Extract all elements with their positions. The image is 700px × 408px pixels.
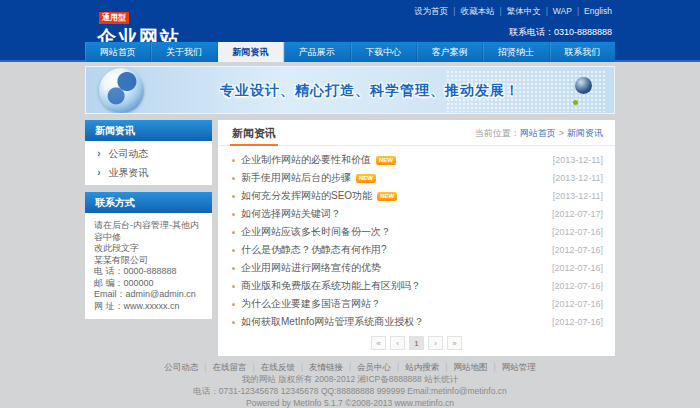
- nav-item[interactable]: 关于我们: [151, 42, 217, 62]
- banner[interactable]: 专业设计、精心打造、科学管理、推动发展！: [85, 66, 615, 114]
- top-link[interactable]: 设为首页: [414, 6, 448, 18]
- pagination-button[interactable]: »: [447, 336, 462, 350]
- breadcrumb-prefix: 当前位置：: [475, 128, 520, 138]
- bullet-icon: [232, 303, 235, 306]
- mini-globe-icon: [575, 77, 592, 94]
- news-row: 商业版和免费版在系统功能上有区别吗？ [2012-07-16]: [230, 277, 603, 295]
- news-link[interactable]: 商业版和免费版在系统功能上有区别吗？: [241, 279, 421, 293]
- news-row: 新手使用网站后台的步骤 NEW [2013-12-11]: [230, 169, 603, 187]
- news-row: 为什么企业要建多国语言网站？ [2012-07-16]: [230, 295, 603, 313]
- news-date: [2012-07-16]: [552, 245, 603, 255]
- main-header: 新闻资讯 当前位置：网站首页>新闻资讯: [218, 120, 615, 146]
- new-badge: NEW: [356, 174, 376, 183]
- footer-link[interactable]: 站内搜索: [391, 361, 439, 373]
- green-dot-icon: [573, 100, 578, 105]
- news-date: [2013-12-11]: [553, 155, 603, 165]
- news-link[interactable]: 如何获取MetInfo网站管理系统商业授权？: [241, 315, 424, 329]
- news-link[interactable]: 新手使用网站后台的步骤: [241, 171, 351, 185]
- nav-item[interactable]: 联系我们: [550, 42, 615, 62]
- breadcrumb: 当前位置：网站首页>新闻资讯: [475, 120, 603, 146]
- news-link[interactable]: 为什么企业要建多国语言网站？: [241, 297, 381, 311]
- nav-item[interactable]: 网站首页: [85, 42, 151, 62]
- main-nav: 网站首页 关于我们 新闻资讯 产品展示 下载中心 客户案例 招贤纳士 联系我们: [85, 42, 615, 62]
- footer-link[interactable]: 网站管理: [488, 361, 536, 373]
- sidebar-news-list: › 公司动态 › 业界资讯: [85, 141, 212, 185]
- contact-phone: 联系电话：0310-8888888: [509, 26, 612, 39]
- footer-link[interactable]: 会员中心: [343, 361, 391, 373]
- globe-icon: [99, 68, 144, 113]
- breadcrumb-current-link[interactable]: 新闻资讯: [567, 128, 603, 138]
- sidebar-category-link[interactable]: › 公司动态: [85, 144, 212, 163]
- contact-line: 电 话：0000-888888: [94, 266, 203, 278]
- footer-links: 公司动态 在线留言 在线反馈 友情链接 会员中心 站内搜索 网站地图 网站管理: [164, 361, 536, 373]
- nav-item[interactable]: 下载中心: [351, 42, 417, 62]
- contact-line: 改此段文字: [94, 243, 203, 255]
- news-row: 如何获取MetInfo网站管理系统商业授权？ [2012-07-16]: [230, 313, 603, 331]
- news-row: 什么是伪静态？伪静态有何作用? [2012-07-16]: [230, 241, 603, 259]
- nav-item[interactable]: 新闻资讯: [218, 42, 284, 62]
- nav-item[interactable]: 招贤纳士: [483, 42, 549, 62]
- sidebar-contact-body: 请在后台-内容管理-其他内容中修 改此段文字 某某有限公司 电 话：0000-8…: [85, 213, 212, 319]
- bullet-icon: [232, 195, 235, 198]
- contact-line: Email：admin@admin.cn: [94, 289, 203, 301]
- news-date: [2012-07-16]: [552, 299, 603, 309]
- footer-link[interactable]: 公司动态: [164, 361, 198, 373]
- logo-tag: 通用型: [99, 12, 129, 24]
- news-date: [2012-07-16]: [552, 281, 603, 291]
- footer-link[interactable]: 在线反馈: [246, 361, 294, 373]
- footer-link[interactable]: 在线留言: [198, 361, 246, 373]
- news-date: [2012-07-16]: [552, 317, 603, 327]
- chevron-right-icon: ›: [97, 166, 101, 178]
- news-date: [2013-12-11]: [553, 173, 603, 183]
- sidebar-category-link[interactable]: › 业界资讯: [85, 163, 212, 182]
- pagination-button[interactable]: «: [371, 336, 386, 350]
- bullet-icon: [232, 267, 235, 270]
- bullet-icon: [232, 177, 235, 180]
- news-row: 企业用网站进行网络宣传的优势 [2012-07-16]: [230, 259, 603, 277]
- footer-link[interactable]: 网站地图: [439, 361, 487, 373]
- top-link[interactable]: 繁体中文: [494, 6, 540, 18]
- news-row: 如何选择网站关键词？ [2012-07-17]: [230, 205, 603, 223]
- footer-link[interactable]: 友情链接: [295, 361, 343, 373]
- news-link[interactable]: 企业制作网站的必要性和价值: [241, 153, 371, 167]
- top-link[interactable]: English: [572, 6, 612, 18]
- sidebar-category-label: 业界资讯: [108, 167, 148, 178]
- banner-slogan: 专业设计、精心打造、科学管理、推动发展！: [181, 82, 559, 100]
- sidebar: 新闻资讯 › 公司动态 › 业界资讯 联系方式: [85, 120, 212, 326]
- page-title: 新闻资讯: [230, 120, 278, 146]
- nav-item[interactable]: 客户案例: [417, 42, 483, 62]
- contact-line: 邮 编：000000: [94, 278, 203, 290]
- nav-item[interactable]: 产品展示: [284, 42, 350, 62]
- top-links: 设为首页 收藏本站 繁体中文 WAP English: [414, 6, 612, 18]
- pagination-button[interactable]: ›: [428, 336, 443, 350]
- bullet-icon: [232, 231, 235, 234]
- sidebar-news-box: 新闻资讯 › 公司动态 › 业界资讯: [85, 120, 212, 185]
- bullet-icon: [232, 321, 235, 324]
- sidebar-news-box-title: 新闻资讯: [85, 120, 212, 141]
- news-date: [2012-07-17]: [552, 209, 603, 219]
- news-link[interactable]: 什么是伪静态？伪静态有何作用?: [241, 243, 387, 257]
- news-link[interactable]: 如何选择网站关键词？: [241, 207, 341, 221]
- footer: 公司动态 在线留言 在线反馈 友情链接 会员中心 站内搜索 网站地图 网站管理 …: [0, 361, 700, 408]
- sidebar-contact-box-title: 联系方式: [85, 192, 212, 213]
- top-link[interactable]: WAP: [541, 6, 572, 18]
- footer-copyright: 我的网站 版权所有 2008-2012 湘ICP备8888888 站长统计: [0, 373, 700, 385]
- news-link[interactable]: 如何充分发挥网站的SEO功能: [241, 189, 372, 203]
- pagination-button[interactable]: ‹: [390, 336, 405, 350]
- contact-line: 网 址：www.xxxxx.cn: [94, 301, 203, 313]
- chevron-right-icon: ›: [97, 147, 101, 159]
- news-link[interactable]: 企业网站应该多长时间备份一次？: [241, 225, 391, 239]
- breadcrumb-home-link[interactable]: 网站首页: [520, 128, 556, 138]
- news-row: 企业制作网站的必要性和价值 NEW [2013-12-11]: [230, 151, 603, 169]
- pagination-button[interactable]: 1: [409, 336, 424, 350]
- top-link[interactable]: 收藏本站: [448, 6, 494, 18]
- news-date: [2012-07-16]: [552, 263, 603, 273]
- news-link[interactable]: 企业用网站进行网络宣传的优势: [241, 261, 381, 275]
- news-row: 如何充分发挥网站的SEO功能 NEW [2013-12-11]: [230, 187, 603, 205]
- sidebar-contact-box: 联系方式 请在后台-内容管理-其他内容中修 改此段文字 某某有限公司 电 话：0…: [85, 192, 212, 319]
- sidebar-category-label: 公司动态: [108, 148, 148, 159]
- main-content: 新闻资讯 当前位置：网站首页>新闻资讯 企业制作网站的必要性和价值 NEW [2…: [218, 120, 615, 356]
- news-list: 企业制作网站的必要性和价值 NEW [2013-12-11] 新手使用网站后台的…: [230, 151, 603, 331]
- new-badge: NEW: [377, 192, 397, 201]
- news-date: [2013-12-11]: [553, 191, 603, 201]
